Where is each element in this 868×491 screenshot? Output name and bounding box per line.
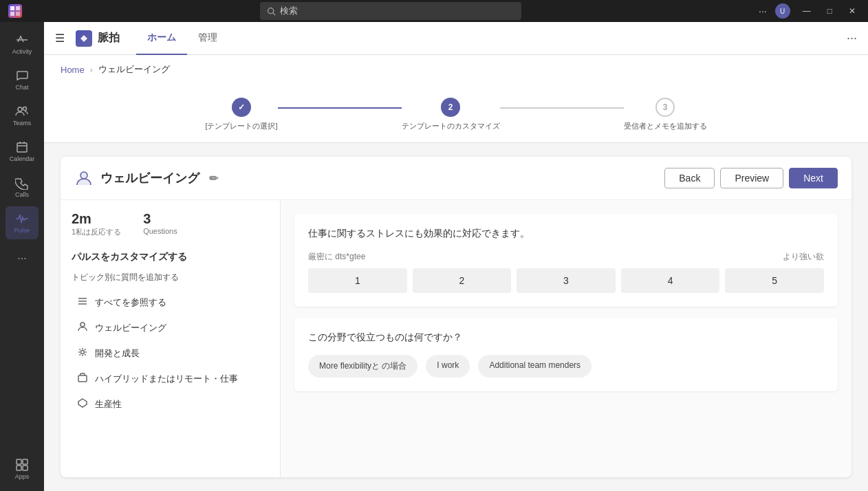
app-shell: Activity Chat Teams Calendar Calls Pulse [0,22,868,491]
sidebar-item-pulse[interactable]: Pulse [6,206,39,239]
list-icon [77,296,88,309]
nav-tabs: ホーム 管理 [136,22,228,55]
search-placeholder: 検索 [280,5,298,17]
card-actions: Back Preview Next [664,168,838,188]
step-line-2 [500,107,624,109]
step-3-label: 受信者とメモを追加する [624,121,707,131]
preview-button[interactable]: Preview [720,168,783,188]
step-1-label: [テンプレートの選択] [205,121,277,131]
rating-btn-2[interactable]: 2 [413,268,512,293]
topic-item-hybrid[interactable]: ハイブリッドまたはリモート・仕事 [72,367,269,391]
card-title-text: ウェルビーイング [100,170,199,186]
step-3: 3 受信者とメモを追加する [624,98,707,131]
svg-point-4 [268,8,273,13]
sidebar-item-teams[interactable]: Teams [6,99,39,132]
svg-rect-0 [10,6,14,10]
rating-btn-1[interactable]: 1 [308,268,407,293]
choice-area: More flexibilityと の場合 I work Additional … [308,355,824,378]
card-body: 2m 1私は反応する 3 Questions パルスをカスタマイズする トピック… [61,200,851,477]
choice-item-2[interactable]: I work [426,355,470,378]
main-card: ウェルビーイング ✏ Back Preview Next [61,157,851,477]
tab-home[interactable]: ホーム [136,22,187,55]
svg-rect-3 [16,12,20,16]
card-title: ウェルビーイング ✏ [74,168,218,188]
svg-line-5 [272,12,274,14]
sidebar-item-more[interactable]: ··· [6,242,39,275]
rating-btn-4[interactable]: 4 [621,268,720,293]
step-1: ✓ [テンプレートの選択] [205,98,277,131]
app-icon [8,4,22,18]
more-options[interactable]: ··· [759,6,767,17]
question-1-text: 仕事に関するストレスにも効果的に対応できます。 [308,228,824,240]
svg-rect-13 [23,459,28,464]
duration-meta: 2m 1私は反応する [72,211,121,237]
topic-productivity-label: 生産性 [95,398,122,411]
card-header: ウェルビーイング ✏ Back Preview Next [61,157,851,200]
sidebar-item-apps[interactable]: Apps [6,452,39,485]
topic-item-productivity[interactable]: 生産性 [72,392,269,416]
minimize-button[interactable]: — [799,5,815,17]
app-header: ☰ 脈拍 ホーム 管理 ··· [44,22,868,55]
logo-icon [76,30,92,47]
svg-point-6 [18,107,22,111]
maximize-button[interactable]: □ [823,5,836,17]
questions-label: Questions [143,227,177,235]
tab-manage[interactable]: 管理 [187,22,228,55]
duration-label: 1私は反応する [72,227,121,237]
svg-point-20 [80,323,85,327]
rating-btn-3[interactable]: 3 [517,268,616,293]
breadcrumb-home[interactable]: Home [61,65,85,75]
topic-growth-label: 開発と成長 [95,347,140,360]
back-button[interactable]: Back [664,168,715,188]
breadcrumb-separator: › [90,65,93,75]
main-content: ☰ 脈拍 ホーム 管理 ··· Home › ウェルビーイング [44,22,868,491]
rating-buttons: 1 2 3 4 5 [308,268,824,293]
next-button[interactable]: Next [789,168,838,188]
svg-marker-23 [78,399,87,407]
stepper: ✓ [テンプレートの選択] 2 テンプレートのカスタマイズ 3 受信者とメモを追… [205,98,706,131]
edit-icon[interactable]: ✏ [209,172,218,185]
title-bar-left [8,4,22,18]
step-2-circle: 2 [441,98,460,117]
svg-rect-8 [17,143,27,152]
topic-hybrid-label: ハイブリッドまたはリモート・仕事 [95,373,238,385]
sidebar-item-chat[interactable]: Chat [6,63,39,96]
question-card-2: この分野で役立つものは何ですか？ More flexibilityと の場合 I… [294,318,838,391]
svg-point-7 [23,107,27,111]
hamburger-menu[interactable]: ☰ [55,32,65,45]
svg-rect-14 [17,466,21,470]
svg-point-21 [81,351,85,354]
app-name: 脈拍 [98,31,120,45]
breadcrumb: Home › ウェルビーイング [44,55,868,84]
sidebar-item-calendar[interactable]: Calendar [6,135,39,168]
avatar[interactable]: U [775,3,790,19]
rating-labels: 厳密に dts*gtee より強い欲 [308,251,824,263]
question-card-1: 仕事に関するストレスにも効果的に対応できます。 厳密に dts*gtee より強… [294,214,838,307]
sidebar-item-activity[interactable]: Activity [6,28,39,61]
topics-title: トピック別に質問を追加する [72,272,269,283]
title-bar-controls: ··· U — □ ✕ [759,3,860,19]
choice-item-1[interactable]: More flexibilityと の場合 [308,355,417,378]
topic-item-all[interactable]: すべてを参照する [72,290,269,314]
header-more-icon[interactable]: ··· [847,31,857,45]
sidebar-item-calls[interactable]: Calls [6,171,39,204]
topic-item-wellbeing[interactable]: ウェルビーイング [72,316,269,340]
close-button[interactable]: ✕ [845,5,860,17]
step-line-1 [278,107,402,109]
svg-rect-15 [23,466,28,470]
topic-item-growth[interactable]: 開発と成長 [72,341,269,365]
card-title-icon [74,168,94,188]
breadcrumb-current: ウェルビーイング [98,63,170,76]
customize-title: パルスをカスタマイズする [72,251,269,263]
rating-btn-5[interactable]: 5 [725,268,824,293]
topic-all-label: すべてを参照する [95,296,166,309]
topic-list: すべてを参照する ウェルビーイング [72,290,269,416]
search-bar[interactable]: 検索 [260,2,521,20]
title-bar: 検索 ··· U — □ ✕ [0,0,868,22]
page-body: ウェルビーイング ✏ Back Preview Next [44,143,868,491]
stepper-container: ✓ [テンプレートの選択] 2 テンプレートのカスタマイズ 3 受信者とメモを追… [44,84,868,143]
choice-item-3[interactable]: Additional team menders [478,355,592,378]
step-3-circle: 3 [655,98,675,117]
gear-icon [77,347,88,360]
step-2-label: テンプレートのカスタマイズ [402,121,500,131]
